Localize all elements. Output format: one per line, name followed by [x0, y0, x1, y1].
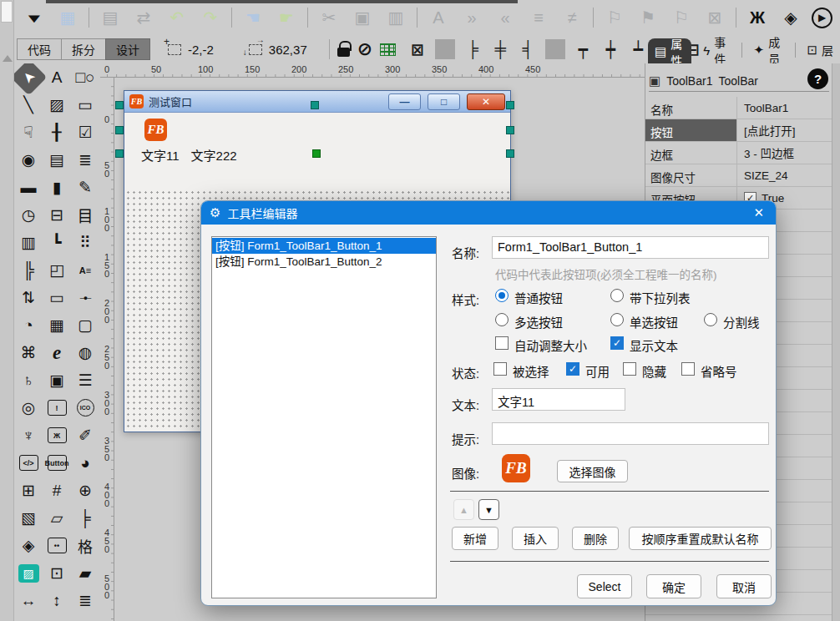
- property-row[interactable]: 按钮 [点此打开]: [645, 119, 832, 142]
- radio-label[interactable]: 普通按钮: [514, 289, 563, 306]
- build-icon[interactable]: ◈: [778, 5, 803, 30]
- format-font-icon[interactable]: A: [426, 5, 451, 30]
- minimize-button[interactable]: —: [388, 93, 421, 110]
- align-top-icon[interactable]: ┯: [573, 37, 593, 62]
- tool-3d[interactable]: ◈: [16, 533, 42, 558]
- run-icon[interactable]: ▶: [812, 8, 832, 28]
- tab-split[interactable]: 拆分: [61, 38, 106, 60]
- checkbox-show-text[interactable]: ✓: [610, 336, 624, 350]
- clear-selection-icon[interactable]: ⊠: [407, 37, 428, 62]
- tool-image-toolbar[interactable]: ▥: [16, 230, 42, 255]
- checkbox-label[interactable]: 可用: [585, 362, 610, 380]
- paste-icon[interactable]: ▥: [383, 5, 408, 30]
- radio-normal-button[interactable]: [495, 289, 509, 302]
- tool-vector-pen[interactable]: ✐: [73, 422, 99, 448]
- radio-label[interactable]: 分割线: [723, 313, 760, 331]
- tool-h-arrows[interactable]: ↔: [16, 588, 42, 613]
- selection-handle[interactable]: [115, 126, 124, 134]
- checkbox-label[interactable]: 隐藏: [642, 362, 666, 380]
- selection-handle[interactable]: [115, 149, 124, 158]
- designed-toolbar[interactable]: FB: [124, 113, 510, 141]
- align-middle-icon[interactable]: ┿: [600, 37, 620, 62]
- indent-decrease-icon[interactable]: «: [493, 5, 518, 30]
- redo-icon[interactable]: ↷: [198, 5, 223, 30]
- tool-pie[interactable]: ◕: [73, 450, 99, 476]
- tool-tab-page[interactable]: ◰: [44, 257, 70, 283]
- align-bottom-icon[interactable]: ┷: [628, 37, 648, 62]
- tool-label[interactable]: A: [44, 64, 70, 90]
- toolbox-scrollbar[interactable]: [0, 0, 14, 621]
- grid-toggle-icon[interactable]: [380, 43, 396, 56]
- tool-radio[interactable]: ◉: [16, 147, 42, 173]
- copy-icon[interactable]: ▣: [350, 5, 375, 30]
- tool-pointer[interactable]: ➤: [14, 63, 47, 95]
- object-selector[interactable]: ▣ ToolBar1 ToolBar ▼: [649, 70, 829, 92]
- radio-single-select-button[interactable]: [610, 313, 624, 326]
- tool-slider[interactable]: –●–: [73, 285, 99, 310]
- tool-ico[interactable]: ICO: [77, 399, 94, 417]
- tool-progress[interactable]: ▭: [44, 285, 70, 310]
- tool-toolbar[interactable]: ▬: [16, 174, 42, 200]
- radio-multi-select-button[interactable]: [495, 313, 509, 326]
- checkbox-auto-size[interactable]: [495, 336, 509, 350]
- tool-keyboard[interactable]: ⌨: [73, 615, 99, 621]
- move-up-button[interactable]: ▲: [453, 499, 474, 520]
- clear-bookmarks-icon[interactable]: ⊠: [702, 5, 727, 30]
- tool-updown[interactable]: ⇅: [16, 285, 42, 310]
- tool-ie[interactable]: e: [44, 340, 70, 366]
- property-row[interactable]: 名称 ToolBar1: [645, 97, 832, 119]
- property-value[interactable]: SIZE_24: [737, 164, 832, 186]
- align-left-icon[interactable]: ╞: [463, 37, 483, 62]
- help-button[interactable]: ?: [807, 68, 828, 89]
- cut-icon[interactable]: ✂: [316, 5, 342, 30]
- property-value[interactable]: ToolBar1: [737, 97, 832, 119]
- checkbox-label[interactable]: 被选择: [513, 362, 549, 380]
- save-icon[interactable]: ▦: [55, 5, 80, 30]
- scrollbar-thumb[interactable]: [1, 1, 13, 23]
- tool-line[interactable]: ╲: [16, 92, 42, 118]
- tool-datepick[interactable]: ◔: [16, 312, 42, 338]
- align-right-icon[interactable]: ╡: [518, 37, 538, 62]
- tip-input[interactable]: [492, 422, 769, 445]
- tool-button[interactable]: ☟: [16, 119, 42, 145]
- radio-dropdown-button[interactable]: [610, 289, 624, 302]
- radio-label[interactable]: 单选按钮: [630, 313, 678, 331]
- tool-globe[interactable]: ⊕: [73, 477, 99, 503]
- checkbox-selected[interactable]: [493, 362, 507, 376]
- tool-v-arrows[interactable]: ↕: [44, 588, 70, 613]
- tool-trackbar[interactable]: ╂: [44, 119, 70, 145]
- list-remove-icon[interactable]: ≠: [559, 5, 584, 30]
- delete-button[interactable]: 删除: [572, 527, 619, 550]
- tool-image-view[interactable]: ▧: [16, 505, 42, 531]
- align-center-icon[interactable]: ╪: [490, 37, 510, 62]
- checkbox-ellipsis[interactable]: [681, 362, 695, 376]
- tool-data-bird[interactable]: ☰: [73, 367, 99, 393]
- choose-image-button[interactable]: 选择图像: [557, 460, 628, 482]
- tool-monitor[interactable]: ⊡: [44, 560, 70, 586]
- tool-richedit[interactable]: 目: [73, 202, 99, 228]
- checkbox-label[interactable]: 省略号: [701, 362, 737, 380]
- tool-link-nodes[interactable]: ⌘: [16, 340, 42, 366]
- tool-database[interactable]: ◎: [16, 395, 42, 421]
- tool-filled-box[interactable]: ■: [44, 615, 70, 621]
- dialog-titlebar[interactable]: ⚙ 工具栏编辑器 ✕: [201, 201, 776, 225]
- selection-handle[interactable]: [506, 126, 514, 134]
- selection-handle[interactable]: [311, 101, 319, 109]
- selection-handle[interactable]: [506, 149, 514, 158]
- cancel-button[interactable]: 取消: [716, 574, 772, 598]
- selection-handle[interactable]: [115, 101, 124, 109]
- list-item[interactable]: [按钮] Form1_ToolBar1_Button_1: [212, 238, 436, 254]
- tool-planet[interactable]: ♄: [16, 367, 42, 393]
- tool-anchor[interactable]: ♆: [16, 422, 42, 448]
- maximize-button[interactable]: □: [428, 93, 460, 110]
- tool-debug-box[interactable]: Ж: [48, 427, 67, 443]
- tool-image-list[interactable]: ▣: [44, 367, 70, 393]
- nav-back-icon[interactable]: ☚: [240, 5, 266, 30]
- tab-events[interactable]: ϟ 事件: [696, 38, 736, 62]
- checkbox-hidden[interactable]: [623, 362, 636, 376]
- toolbar-button-image[interactable]: FB: [144, 119, 167, 141]
- scroll-up-icon[interactable]: [3, 55, 13, 62]
- tool-richtext[interactable]: A≡: [73, 257, 99, 283]
- tool-add-frame[interactable]: ⊞: [16, 477, 42, 503]
- tool-picture[interactable]: ▨: [44, 92, 70, 118]
